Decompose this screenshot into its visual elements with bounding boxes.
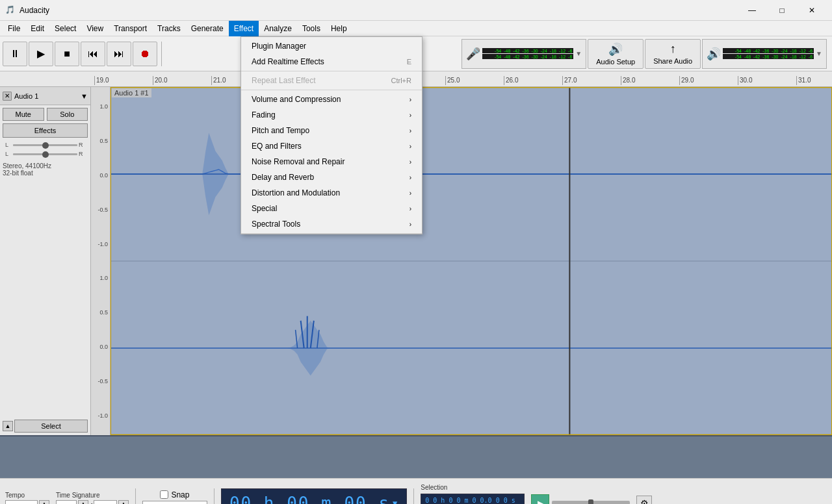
volume-compression-arrow: › xyxy=(410,96,411,103)
effects-button[interactable]: Effects xyxy=(3,123,88,138)
waveform-svg xyxy=(110,87,832,435)
waveform-area[interactable]: 1.0 0.5 0.0 -0.5 -1.0 1.0 0.5 0.0 -0.5 -… xyxy=(91,87,832,435)
stop-button[interactable]: ■ xyxy=(55,42,79,66)
skip-back-button[interactable]: ⏮ xyxy=(81,42,105,66)
transport-bar: Tempo ▲ ▼ Time Signature ▲ ▼ / 4 xyxy=(0,478,832,504)
y-label-7: 0.5 xyxy=(99,309,108,316)
menu-add-realtime-effects[interactable]: Add Realtime Effects E xyxy=(241,54,422,69)
menu-generate[interactable]: Generate xyxy=(186,21,229,36)
noise-removal-label: Noise Removal and Repair xyxy=(252,157,344,166)
pan-slider[interactable] xyxy=(13,153,77,155)
time-sig-denominator[interactable]: 4 2 8 16 xyxy=(94,500,117,504)
menu-delay-reverb[interactable]: Delay and Reverb › xyxy=(241,170,422,185)
menu-special[interactable]: Special › xyxy=(241,201,422,216)
track-header: ✕ Audio 1 ▼ xyxy=(0,87,90,105)
ruler-mark-11: 30.0 xyxy=(738,76,796,85)
mute-button[interactable]: Mute xyxy=(3,108,44,121)
minimize-button[interactable]: — xyxy=(737,0,767,21)
ruler-mark-0: 19.0 xyxy=(94,76,153,85)
menu-pitch-tempo[interactable]: Pitch and Tempo › xyxy=(241,123,422,138)
share-audio-button[interactable]: ↑ Share Audio xyxy=(645,39,701,69)
output-meter-dropdown[interactable]: ▼ xyxy=(816,50,822,57)
play-button[interactable]: ▶ xyxy=(29,42,53,66)
tempo-section: Tempo ▲ ▼ xyxy=(5,492,49,504)
volume-slider[interactable] xyxy=(13,144,77,146)
special-label: Special xyxy=(252,204,277,213)
menu-transport[interactable]: Transport xyxy=(109,21,152,36)
mute-solo-row: Mute Solo xyxy=(3,108,88,121)
pitch-tempo-arrow: › xyxy=(410,127,411,134)
menu-effect[interactable]: Effect xyxy=(229,21,259,36)
input-meter: 🎤 -54-48-42-36-30-24-18-12-6 -54-48-42-3… xyxy=(462,39,586,69)
record-button[interactable]: ⏺ xyxy=(133,42,157,66)
ruler-mark-8: 27.0 xyxy=(562,76,621,85)
pause-button[interactable]: ⏸ xyxy=(3,42,27,66)
skip-fwd-button[interactable]: ⏭ xyxy=(107,42,131,66)
spectral-tools-arrow: › xyxy=(410,221,411,228)
repeat-last-label: Repeat Last Effect xyxy=(252,76,316,85)
ts-den-spinner: ▲ ▼ xyxy=(118,500,129,504)
pan-thumb xyxy=(42,151,49,158)
plugin-manager-label: Plugin Manager xyxy=(252,42,306,51)
settings-gear-button[interactable]: ⚙ xyxy=(636,496,652,505)
app-title: Audacity xyxy=(20,6,737,15)
snap-checkbox[interactable] xyxy=(160,490,168,499)
track-name-dropdown[interactable]: Audio 1 ▼ xyxy=(14,92,88,100)
menu-distortion-modulation[interactable]: Distortion and Modulation › xyxy=(241,185,422,201)
ts-den-up[interactable]: ▲ xyxy=(118,500,129,504)
snap-unit-select[interactable]: Seconds Beats Bars xyxy=(142,501,207,505)
app-icon: 🎵 xyxy=(5,5,16,16)
timecode-dropdown-icon[interactable]: ▼ xyxy=(393,499,398,505)
special-arrow: › xyxy=(410,205,411,212)
audio-setup-button[interactable]: 🔊 Audio Setup xyxy=(588,39,644,69)
track-close-button[interactable]: ✕ xyxy=(3,92,12,101)
menu-help[interactable]: Help xyxy=(326,21,352,36)
close-button[interactable]: ✕ xyxy=(797,0,827,21)
menu-analyze[interactable]: Analyze xyxy=(259,21,297,36)
menu-edit[interactable]: Edit xyxy=(25,21,49,36)
ruler-mark-12: 31.0 xyxy=(796,76,832,85)
output-meter-left: -54-48-42-36-30-24-18-12-6 xyxy=(723,48,814,53)
ts-num-up[interactable]: ▲ xyxy=(78,500,88,504)
menu-eq-filters[interactable]: EQ and Filters › xyxy=(241,138,422,154)
maximize-button[interactable]: □ xyxy=(767,0,797,21)
volume-thumb xyxy=(42,142,49,149)
eq-filters-arrow: › xyxy=(410,143,411,150)
input-meter-dropdown[interactable]: ▼ xyxy=(575,50,582,57)
track-collapse-button[interactable]: ▲ xyxy=(3,421,13,431)
time-sig-numerator[interactable] xyxy=(56,500,77,504)
select-button[interactable]: Select xyxy=(14,420,88,433)
menu-plugin-manager[interactable]: Plugin Manager xyxy=(241,38,422,54)
menu-volume-compression[interactable]: Volume and Compression › xyxy=(241,92,422,107)
menu-view[interactable]: View xyxy=(81,21,109,36)
eq-filters-label: EQ and Filters xyxy=(252,142,302,151)
menu-tools[interactable]: Tools xyxy=(297,21,326,36)
menu-noise-removal[interactable]: Noise Removal and Repair › xyxy=(241,154,422,170)
menu-select[interactable]: Select xyxy=(49,21,81,36)
menu-spectral-tools[interactable]: Spectral Tools › xyxy=(241,216,422,232)
menu-tracks[interactable]: Tracks xyxy=(152,21,186,36)
spectral-tools-label: Spectral Tools xyxy=(252,220,300,229)
menu-fading[interactable]: Fading › xyxy=(241,107,422,123)
gain-slider[interactable] xyxy=(552,501,630,505)
audio-setup-label: Audio Setup xyxy=(596,58,635,66)
titlebar: 🎵 Audacity — □ ✕ xyxy=(0,0,832,21)
volume-max-label: R xyxy=(79,142,85,148)
ruler-mark-9: 28.0 xyxy=(621,76,679,85)
tempo-up-button[interactable]: ▲ xyxy=(39,500,49,504)
noise-removal-arrow: › xyxy=(410,158,411,166)
gain-slider-section xyxy=(552,501,630,505)
y-label-6: 1.0 xyxy=(99,275,108,281)
playback-play-button[interactable]: ▶ xyxy=(531,494,549,505)
share-icon: ↑ xyxy=(670,42,676,56)
tempo-input[interactable] xyxy=(5,500,38,504)
solo-button[interactable]: Solo xyxy=(47,108,88,121)
y-label-5: -1.0 xyxy=(98,241,108,247)
snap-section: Snap Seconds Beats Bars xyxy=(142,490,207,505)
pan-max-label: R xyxy=(79,151,85,157)
distortion-modulation-label: Distortion and Modulation xyxy=(252,188,340,197)
track-panel: ✕ Audio 1 ▼ Mute Solo Effects L xyxy=(0,87,91,435)
volume-label: L xyxy=(5,142,12,148)
menu-file[interactable]: File xyxy=(3,21,25,36)
selection-start-time: 0 0 h 0 0 m 0 0.0 0 0 s xyxy=(421,494,525,504)
